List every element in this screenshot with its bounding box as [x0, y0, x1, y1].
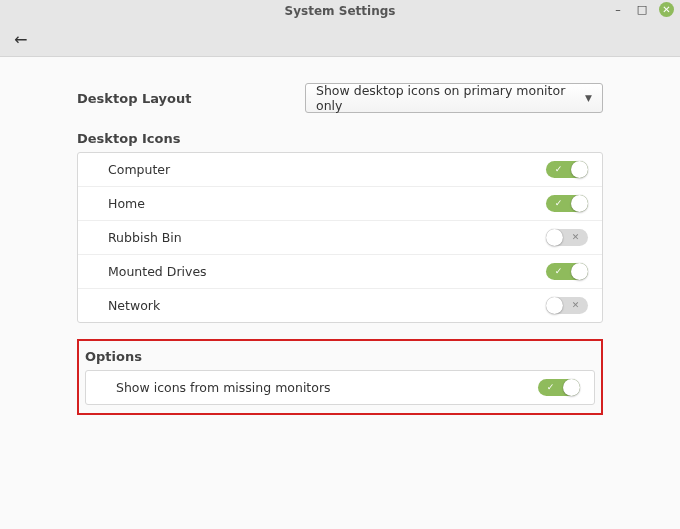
cross-icon: ✕ — [567, 229, 584, 246]
desktop-icons-label: Desktop Icons — [77, 131, 603, 146]
toolbar: ← — [0, 22, 680, 57]
toggle-network[interactable]: ✕ — [546, 297, 588, 314]
toggle-knob — [571, 263, 588, 280]
close-button[interactable]: ✕ — [659, 2, 674, 17]
list-item: Show icons from missing monitors ✓ — [86, 371, 594, 404]
toggle-mounted-drives[interactable]: ✓ — [546, 263, 588, 280]
desktop-layout-dropdown[interactable]: Show desktop icons on primary monitor on… — [305, 83, 603, 113]
item-label: Computer — [108, 162, 170, 177]
minimize-button[interactable]: – — [611, 3, 625, 17]
check-icon: ✓ — [550, 195, 567, 212]
chevron-down-icon: ▼ — [585, 93, 592, 103]
titlebar: System Settings – □ ✕ — [0, 0, 680, 22]
window-title: System Settings — [285, 4, 396, 18]
desktop-layout-selected: Show desktop icons on primary monitor on… — [316, 83, 585, 113]
item-label: Home — [108, 196, 145, 211]
maximize-button[interactable]: □ — [635, 3, 649, 17]
toggle-rubbish-bin[interactable]: ✕ — [546, 229, 588, 246]
cross-icon: ✕ — [567, 297, 584, 314]
list-item: Network ✕ — [78, 288, 602, 322]
options-label: Options — [85, 349, 595, 364]
content-area: Desktop Layout Show desktop icons on pri… — [0, 57, 680, 415]
item-label: Network — [108, 298, 160, 313]
list-item: Computer ✓ — [78, 153, 602, 186]
list-item: Rubbish Bin ✕ — [78, 220, 602, 254]
desktop-layout-label: Desktop Layout — [77, 91, 305, 106]
item-label: Mounted Drives — [108, 264, 207, 279]
toggle-missing-monitors[interactable]: ✓ — [538, 379, 580, 396]
item-label: Show icons from missing monitors — [116, 380, 331, 395]
item-label: Rubbish Bin — [108, 230, 182, 245]
options-highlight: Options Show icons from missing monitors… — [77, 339, 603, 415]
toggle-knob — [563, 379, 580, 396]
options-list: Show icons from missing monitors ✓ — [85, 370, 595, 405]
desktop-icons-list: Computer ✓ Home ✓ Rubbish Bin ✕ Mounted … — [77, 152, 603, 323]
list-item: Home ✓ — [78, 186, 602, 220]
toggle-knob — [571, 161, 588, 178]
check-icon: ✓ — [542, 379, 559, 396]
toggle-knob — [546, 229, 563, 246]
desktop-layout-row: Desktop Layout Show desktop icons on pri… — [77, 83, 603, 113]
toggle-knob — [546, 297, 563, 314]
toggle-computer[interactable]: ✓ — [546, 161, 588, 178]
check-icon: ✓ — [550, 161, 567, 178]
toggle-knob — [571, 195, 588, 212]
list-item: Mounted Drives ✓ — [78, 254, 602, 288]
check-icon: ✓ — [550, 263, 567, 280]
window-controls: – □ ✕ — [611, 2, 674, 17]
back-button[interactable]: ← — [14, 30, 27, 49]
toggle-home[interactable]: ✓ — [546, 195, 588, 212]
